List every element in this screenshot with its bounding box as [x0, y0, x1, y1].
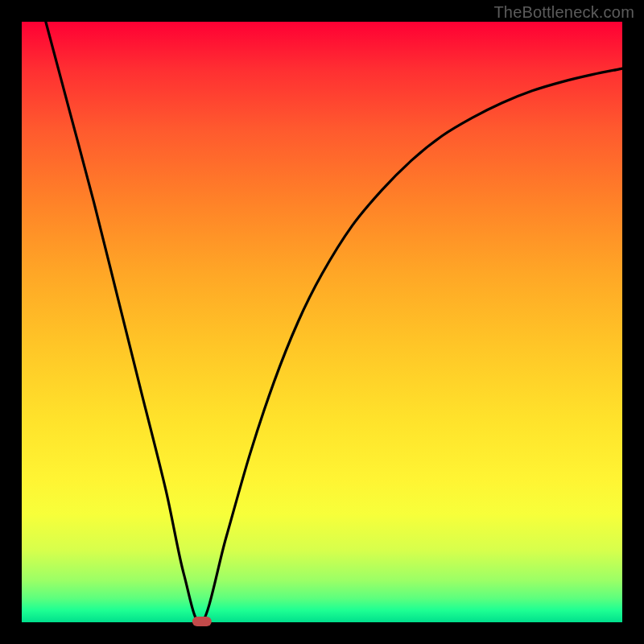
min-marker [192, 617, 212, 626]
watermark-text: TheBottleneck.com [493, 3, 634, 22]
plot-area [22, 22, 622, 622]
chart-frame: TheBottleneck.com [0, 0, 644, 644]
curve-path [46, 22, 622, 623]
bottleneck-curve [22, 22, 622, 622]
